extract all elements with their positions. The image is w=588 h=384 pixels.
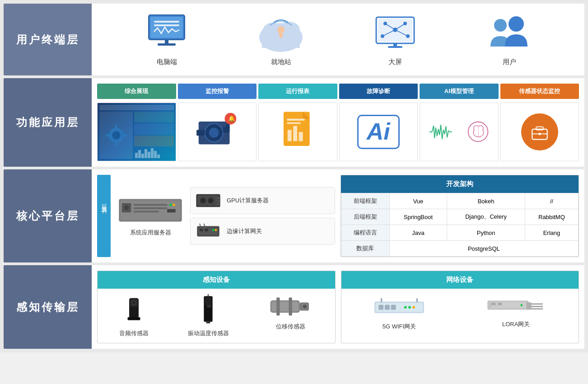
svg-point-25 <box>494 19 507 32</box>
svg-line-91 <box>200 224 201 226</box>
svg-rect-86 <box>217 197 220 199</box>
bigscreen-label: 大屏 <box>388 58 402 66</box>
svg-point-73 <box>124 205 130 211</box>
svg-rect-2 <box>154 21 179 23</box>
sensing-items: 音频传感器 <box>98 289 335 343</box>
svg-rect-32 <box>115 142 117 146</box>
core-layer-content: 计算平台 <box>92 169 584 262</box>
table-row: 数据库 PostgreSQL <box>341 241 579 257</box>
svg-rect-129 <box>526 302 531 309</box>
svg-point-121 <box>412 306 415 309</box>
svg-rect-11 <box>279 30 283 38</box>
sensor-inner: 感知设备 音频传感器 <box>97 271 579 343</box>
svg-point-77 <box>169 203 172 206</box>
func-item-jiankong: 🔔 <box>178 103 257 161</box>
svg-rect-122 <box>381 298 383 302</box>
svg-rect-30 <box>123 134 127 137</box>
dev-framework-title: 开发架构 <box>341 175 579 193</box>
table-cell: Java <box>389 225 447 241</box>
svg-rect-110 <box>289 298 292 316</box>
table-cell: SpringBoot <box>389 209 447 225</box>
server-app-label: 系统应用服务器 <box>130 229 171 237</box>
sensor-badge-icon <box>521 113 558 150</box>
func-layer-content: 综合展现 监控报警 运行报表 故障诊断 AI模型管理 传感器状态监控 <box>92 78 584 167</box>
svg-point-96 <box>215 229 217 231</box>
network-devices-section: 网络设备 <box>341 271 579 343</box>
svg-rect-75 <box>134 207 167 209</box>
svg-line-61 <box>447 131 448 137</box>
svg-rect-3 <box>154 24 179 26</box>
svg-rect-44 <box>293 126 297 141</box>
table-cell: Python <box>447 225 525 241</box>
5g-gateway-item: 5G WIFI网关 <box>372 294 426 331</box>
svg-line-92 <box>204 224 205 226</box>
users-label: 用户 <box>503 58 516 66</box>
sensing-devices-header: 感知设备 <box>98 271 335 289</box>
svg-rect-133 <box>498 303 502 305</box>
func-header-yunxing: 运行报表 <box>258 84 337 99</box>
row-header: 数据库 <box>341 241 389 257</box>
displacement-sensor-label: 位移传感器 <box>276 323 305 331</box>
svg-rect-47 <box>287 122 301 124</box>
svg-rect-88 <box>217 203 220 205</box>
dashboard-preview <box>98 103 176 161</box>
svg-rect-74 <box>134 204 167 206</box>
func-item-zonghe <box>97 103 176 161</box>
edge-gateway-label: 边缘计算网关 <box>227 227 262 235</box>
touch-icon <box>256 13 306 53</box>
terminal-layer-content: 电脑端 <box>92 4 584 75</box>
func-header-guzhang: 故障诊断 <box>339 84 418 99</box>
touch-label: 就地站 <box>271 58 291 66</box>
gpu-server-label: GPU计算服务器 <box>227 197 269 205</box>
edge-gateway-item: 边缘计算网关 <box>190 218 335 245</box>
table-cell-db: PostgreSQL <box>389 241 578 257</box>
svg-rect-4 <box>165 40 168 43</box>
svg-rect-31 <box>115 125 117 129</box>
network-items: 5G WIFI网关 <box>341 289 579 336</box>
server-area: 系统应用服务器 <box>114 175 187 257</box>
svg-point-119 <box>404 306 407 309</box>
svg-rect-45 <box>299 132 303 141</box>
svg-rect-93 <box>200 229 203 231</box>
func-item-ai <box>420 103 499 161</box>
svg-rect-105 <box>207 305 211 308</box>
func-layer-row: 功能应用层 综合展现 监控报警 运行报表 故障诊断 AI模型管理 传感器状态监控 <box>4 78 584 167</box>
lora-gateway-label: LORA网关 <box>502 320 530 328</box>
table-row: 后端框架 SpringBoot Django、Celery RabbitMQ <box>341 209 579 225</box>
bigscreen-icon <box>370 13 420 53</box>
svg-rect-79 <box>167 209 176 212</box>
svg-point-120 <box>408 306 411 309</box>
row-header: 后端框架 <box>341 209 389 225</box>
compute-right-items: GPU计算服务器 <box>190 175 335 257</box>
func-item-sensor <box>500 103 579 161</box>
table-cell: Erlang <box>525 225 579 241</box>
svg-rect-116 <box>378 305 383 310</box>
svg-rect-29 <box>105 134 109 137</box>
svg-point-101 <box>133 302 135 304</box>
network-devices-header: 网络设备 <box>341 271 579 289</box>
terminal-item-users: 用户 <box>485 13 534 66</box>
svg-text:🔔: 🔔 <box>228 115 236 122</box>
gpu-server-item: GPU计算服务器 <box>190 187 335 214</box>
sensor-layer-label: 感知传输层 <box>4 265 92 349</box>
svg-point-28 <box>112 131 120 139</box>
sensor-layer-content: 感知设备 音频传感器 <box>92 265 584 349</box>
table-cell: Bokeh <box>447 193 525 209</box>
table-row: 编程语言 Java Python Erlang <box>341 225 579 241</box>
svg-rect-94 <box>205 229 208 231</box>
vibration-sensor-item: 振动温度传感器 <box>188 294 229 337</box>
func-header-ai: AI模型管理 <box>420 84 499 99</box>
terminal-layer-row: 用户终端层 <box>4 4 584 75</box>
svg-point-78 <box>173 203 175 206</box>
5g-gateway-label: 5G WIFI网关 <box>383 323 416 331</box>
svg-point-35 <box>209 128 219 138</box>
row-header: 编程语言 <box>341 225 389 241</box>
svg-point-131 <box>490 305 491 307</box>
svg-rect-87 <box>217 200 220 202</box>
vibration-sensor-label: 振动温度传感器 <box>188 329 229 337</box>
svg-rect-5 <box>158 43 176 46</box>
func-header-zonghe: 综合展现 <box>97 84 176 99</box>
svg-rect-23 <box>393 43 397 46</box>
svg-rect-123 <box>416 298 418 302</box>
terminal-item-computer: 电脑端 <box>142 13 191 66</box>
